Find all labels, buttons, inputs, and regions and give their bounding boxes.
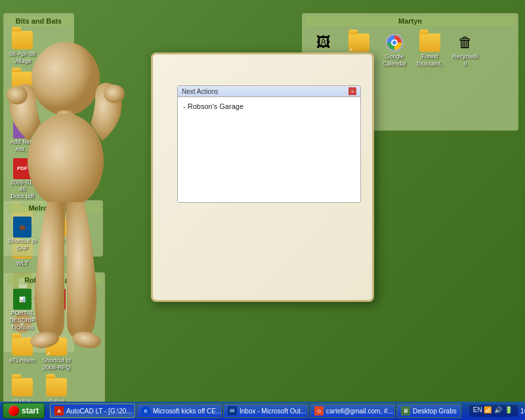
taskbar-item-ie-label: Microsoft kicks off CE... [153,408,221,415]
lang-tray-icon: EN [473,406,482,415]
next-actions-panel: Next Actions × - Robson's Garage [177,85,361,203]
network-tray-icon: 📶 [484,406,493,415]
battery-tray-icon: 🔋 [505,406,514,415]
next-actions-header: Next Actions × [178,86,360,97]
next-action-item-0: - Robson's Garage [183,102,355,110]
taskbar: start A AutoCAD LT - [G:\20... e Microso… [0,402,525,420]
taskbar-item-desktop-label: Desktop Grabs [413,408,457,415]
taskbar-item-gmail-label: cartell@gmail.com, #... [326,408,393,415]
start-icon [9,406,19,416]
ie-taskbar-icon: e [141,406,150,415]
svg-point-0 [32,42,100,116]
outlook-taskbar-icon: ✉ [228,406,237,415]
taskbar-item-ie[interactable]: e Microsoft kicks off CE... [136,404,222,418]
taskbar-items: A AutoCAD LT - [G:\20... e Microsoft kic… [50,404,461,418]
taskbar-item-gmail[interactable]: G cartell@gmail.com, #... [310,404,395,418]
taskbar-item-outlook-label: Inbox - Microsoft Out... [240,408,306,415]
gmail-taskbar-icon: G [314,406,324,415]
taskbar-item-outlook[interactable]: ✉ Inbox - Microsoft Out... [223,404,308,418]
taskbar-item-autocad-label: AutoCAD LT - [G:\20... [66,408,132,415]
start-label: start [22,406,39,415]
next-actions-body: - Robson's Garage [178,97,360,202]
desktop-taskbar-icon: 🖥 [401,406,410,415]
desktop: Bits and Bats 08-Apr-08 Village 2009-11-… [0,0,525,420]
start-button[interactable]: start [3,403,45,419]
svg-point-3 [7,86,28,104]
taskbar-item-desktop[interactable]: 🖥 Desktop Grabs [396,404,461,418]
icon-recycle-bin[interactable]: 🗑 RecycleBin [450,31,481,75]
icon-forest-toussaint[interactable]: Forest Toussaint... [414,31,446,75]
svg-point-2 [28,114,104,208]
system-tray: EN 📶 🔊 🔋 [469,405,518,417]
taskbar-item-autocad[interactable]: A AutoCAD LT - [G:\20... [50,404,135,418]
martyn-title: Martyn [305,16,515,26]
speaker-tray-icon: 🔊 [494,406,503,415]
autocad-taskbar-icon: A [54,406,64,415]
icon-google-calendar[interactable]: Google Calendar [379,31,410,75]
next-actions-title: Next Actions [182,88,219,95]
clock: 16:40 [520,407,525,415]
taskbar-right: EN 📶 🔊 🔋 16:40 [464,405,525,417]
bits-and-bats-title: Bits and Bats [7,16,71,26]
next-actions-close-button[interactable]: × [348,87,356,95]
svg-point-4 [104,85,125,103]
